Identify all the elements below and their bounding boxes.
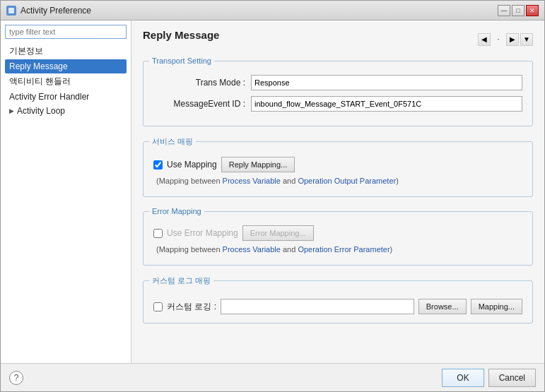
- custom-log-label: 커스텀 로깅 :: [167, 301, 216, 313]
- message-event-id-select[interactable]: inbound_flow_Message_START_Event_0F571C: [251, 96, 522, 112]
- title-buttons: — □ ✕: [498, 5, 539, 16]
- nav-forward-button[interactable]: ▶: [506, 33, 519, 46]
- use-mapping-checkbox[interactable]: [153, 160, 163, 170]
- sidebar-item-activity-handler[interactable]: 액티비티 핸들러: [5, 73, 127, 90]
- cancel-button[interactable]: Cancel: [488, 369, 536, 387]
- sidebar-item-activity-error-handler[interactable]: Activity Error Handler: [5, 90, 127, 104]
- expand-arrow-icon: ▶: [9, 107, 14, 114]
- minimize-button[interactable]: —: [498, 5, 510, 16]
- transport-setting-content: Trans Mode : ResponseRequestOneWay Messa…: [143, 71, 532, 126]
- error-mapping-button[interactable]: Error Mapping...: [242, 225, 314, 241]
- trans-mode-label: Trans Mode :: [153, 78, 245, 88]
- error-mapping-content: Use Error Mapping Error Mapping... (Mapp…: [143, 221, 532, 265]
- transport-setting-legend: Transport Setting: [149, 57, 214, 65]
- nav-dropdown-button[interactable]: ▼: [520, 33, 533, 46]
- filter-input[interactable]: [5, 25, 127, 39]
- sidebar-item-label: Reply Message: [9, 61, 68, 71]
- transport-setting-section: Transport Setting Trans Mode : ResponseR…: [143, 57, 533, 126]
- message-event-id-label: MessageEvent ID :: [153, 99, 245, 109]
- left-panel: 기본정보 Reply Message 액티비티 핸들러 Activity Err…: [1, 20, 131, 363]
- sidebar-item-reply-message[interactable]: Reply Message: [5, 59, 127, 73]
- service-mapping-legend: 서비스 매핑: [149, 136, 196, 147]
- title-bar-left: Activity Preference: [6, 6, 91, 16]
- sidebar-item-label: 기본정보: [9, 45, 43, 57]
- bottom-bar: ? OK Cancel: [1, 363, 544, 391]
- error-mapping-note: (Mapping between Process Variable and Op…: [156, 245, 522, 254]
- trans-mode-row: Trans Mode : ResponseRequestOneWay: [153, 75, 522, 90]
- service-mapping-section: 서비스 매핑 Use Mapping Reply Mapping... (Map…: [143, 136, 533, 197]
- close-button[interactable]: ✕: [526, 5, 539, 16]
- custom-log-checkbox[interactable]: [153, 302, 163, 311]
- sidebar-item-label: Activity Error Handler: [9, 92, 89, 102]
- custom-log-input[interactable]: [221, 299, 414, 314]
- use-mapping-row: Use Mapping Reply Mapping...: [153, 157, 522, 172]
- right-panel: Reply Message ◀ · ▶ ▼ Transport Setting …: [131, 20, 544, 363]
- use-error-mapping-row: Use Error Mapping Error Mapping...: [153, 225, 522, 241]
- sidebar-item-basic-info[interactable]: 기본정보: [5, 43, 127, 59]
- custom-log-row: 커스텀 로깅 : Browse... Mapping...: [153, 299, 522, 314]
- nav-separator: ·: [492, 33, 505, 46]
- activity-preference-dialog: Activity Preference — □ ✕ 기본정보 Reply Mes…: [0, 0, 545, 392]
- custom-log-section: 커스텀 로그 매핑 커스텀 로깅 : Browse... Mapping...: [143, 275, 533, 323]
- message-event-id-row: MessageEvent ID : inbound_flow_Message_S…: [153, 96, 522, 112]
- nav-arrows: ◀ · ▶ ▼: [478, 33, 533, 46]
- sidebar-item-label: 액티비티 핸들러: [9, 76, 71, 88]
- service-mapping-note: (Mapping between Process Variable and Op…: [156, 177, 522, 185]
- use-error-mapping-label: Use Error Mapping: [167, 228, 238, 238]
- custom-log-mapping-button[interactable]: Mapping...: [471, 299, 522, 314]
- svg-rect-0: [8, 8, 14, 13]
- title-bar: Activity Preference — □ ✕: [1, 1, 544, 20]
- custom-log-legend: 커스텀 로그 매핑: [149, 275, 213, 286]
- trans-mode-select-wrapper: ResponseRequestOneWay: [251, 75, 522, 90]
- panel-header: Reply Message ◀ · ▶ ▼: [143, 29, 533, 49]
- bottom-left: ?: [9, 371, 23, 385]
- ok-button[interactable]: OK: [442, 369, 484, 387]
- custom-log-content: 커스텀 로깅 : Browse... Mapping...: [143, 292, 532, 323]
- trans-mode-select[interactable]: ResponseRequestOneWay: [251, 75, 522, 90]
- bottom-right: OK Cancel: [442, 369, 536, 387]
- service-mapping-content: Use Mapping Reply Mapping... (Mapping be…: [143, 153, 532, 196]
- sidebar-item-label: Activity Loop: [17, 106, 65, 116]
- content-area: 기본정보 Reply Message 액티비티 핸들러 Activity Err…: [1, 20, 544, 363]
- panel-title: Reply Message: [143, 29, 219, 41]
- sidebar-item-activity-loop[interactable]: ▶ Activity Loop: [5, 104, 127, 118]
- window-icon: [6, 6, 16, 16]
- window-title: Activity Preference: [20, 6, 91, 16]
- message-event-id-select-wrapper: inbound_flow_Message_START_Event_0F571C: [251, 96, 522, 112]
- error-mapping-legend: Error Mapping: [149, 207, 204, 215]
- help-button[interactable]: ?: [9, 371, 23, 385]
- browse-button[interactable]: Browse...: [418, 299, 467, 314]
- maximize-button[interactable]: □: [512, 5, 525, 16]
- use-mapping-label: Use Mapping: [167, 160, 217, 170]
- use-error-mapping-checkbox[interactable]: [153, 229, 163, 238]
- reply-mapping-button[interactable]: Reply Mapping...: [221, 157, 295, 172]
- error-mapping-section: Error Mapping Use Error Mapping Error Ma…: [143, 207, 533, 266]
- nav-back-button[interactable]: ◀: [478, 33, 491, 46]
